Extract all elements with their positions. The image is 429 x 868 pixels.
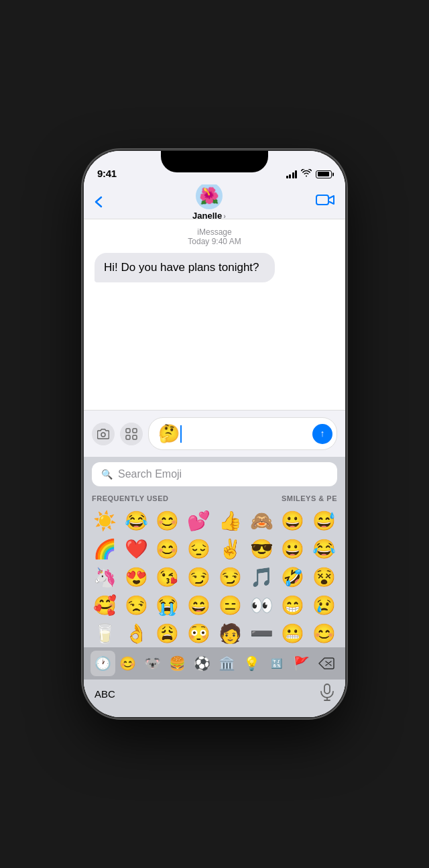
search-emoji-placeholder: Search Emoji (118, 468, 182, 480)
smileys-label: SMILEYS & PE (282, 494, 337, 502)
emoji-glass[interactable]: 🥛 (89, 619, 121, 647)
svg-point-1 (101, 433, 105, 437)
emoji-keyboard: 🔍 Search Emoji FREQUENTLY USED SMILEYS &… (84, 457, 345, 717)
emoji-dizzy[interactable]: 😵 (308, 563, 340, 591)
emoji-activities-tab[interactable]: ⚽ (190, 651, 214, 676)
camera-button[interactable] (92, 423, 115, 445)
received-message: Hi! Do you have plans tonight? (95, 253, 275, 282)
svg-rect-6 (324, 684, 330, 694)
wifi-icon (301, 169, 312, 179)
emoji-food-tab[interactable]: 🍔 (165, 651, 190, 676)
phone-frame: 9:41 (84, 151, 345, 717)
emoji-heart[interactable]: ❤️ (121, 535, 152, 563)
svg-rect-0 (316, 195, 328, 205)
emoji-ok[interactable]: 👌 (121, 619, 152, 647)
emoji-music[interactable]: 🎵 (246, 563, 278, 591)
emoji-cool[interactable]: 😎 (246, 535, 278, 563)
contact-info[interactable]: 🌺 Janelle › (192, 182, 226, 221)
emoji-category-bar: 🕐 😊 🐨 🍔 ⚽ 🏛️ 💡 🔣 🚩 (84, 647, 345, 680)
video-call-button[interactable] (316, 193, 334, 210)
svg-rect-4 (126, 435, 130, 439)
emoji-expressionless[interactable]: 😑 (214, 591, 246, 619)
signal-bars-icon (286, 170, 298, 178)
emoji-happy[interactable]: 😊 (152, 535, 184, 563)
emoji-unamused[interactable]: 😒 (121, 591, 152, 619)
emoji-flags-tab[interactable]: 🚩 (289, 651, 314, 676)
contact-chevron-icon: › (223, 212, 226, 220)
emoji-joy[interactable]: 😂 (121, 506, 152, 535)
frequently-used-label: FREQUENTLY USED (92, 494, 168, 502)
svg-rect-5 (133, 435, 137, 439)
battery-icon (316, 170, 332, 178)
emoji-grin1[interactable]: 😀 (278, 506, 309, 535)
emoji-rofl[interactable]: 🤣 (278, 563, 309, 591)
emoji-unicorn[interactable]: 🦄 (89, 563, 121, 591)
emoji-person[interactable]: 🧑 (214, 619, 246, 647)
emoji-grid: ☀️ 😂 😊 💕 👍 🙈 😀 😅 🌈 ❤️ 😊 😔 ✌️ 😎 😀 😂 🦄 (84, 504, 345, 647)
emoji-recent-tab[interactable]: 🕐 (90, 651, 115, 676)
emoji-pensive[interactable]: 😔 (183, 535, 214, 563)
emoji-tear[interactable]: 😢 (308, 591, 340, 619)
message-timestamp: iMessage Today 9:40 AM (95, 227, 334, 246)
emoji-tired[interactable]: 😩 (152, 619, 184, 647)
emoji-smileys-tab[interactable]: 😊 (115, 651, 140, 676)
keyboard-bottom-bar: ABC (84, 680, 345, 717)
status-time: 9:41 (97, 168, 117, 179)
emoji-animals-tab[interactable]: 🐨 (140, 651, 165, 676)
notch (161, 151, 268, 172)
emoji-eyes[interactable]: 👀 (246, 591, 278, 619)
back-button[interactable] (95, 196, 103, 208)
text-cursor (180, 425, 182, 443)
apps-button[interactable] (120, 423, 143, 445)
emoji-minus[interactable]: ➖ (246, 619, 278, 647)
emoji-cry-laugh[interactable]: 😂 (308, 535, 340, 563)
emoji-loving[interactable]: 🥰 (89, 591, 121, 619)
emoji-smirk[interactable]: 😏 (183, 563, 214, 591)
contact-avatar: 🌺 (196, 182, 223, 209)
emoji-kiss[interactable]: 😘 (152, 563, 184, 591)
emoji-peace[interactable]: ✌️ (214, 535, 246, 563)
emoji-section-header: FREQUENTLY USED SMILEYS & PE (84, 492, 345, 504)
emoji-travel-tab[interactable]: 🏛️ (214, 651, 239, 676)
emoji-smiley[interactable]: 😊 (308, 619, 340, 647)
emoji-smile[interactable]: 😊 (152, 506, 184, 535)
emoji-wink[interactable]: 😏 (214, 563, 246, 591)
nav-bar: 🌺 Janelle › (84, 184, 345, 219)
search-emoji-input[interactable]: 🔍 Search Emoji (92, 462, 337, 486)
emoji-laugh[interactable]: 😄 (183, 591, 214, 619)
emoji-thumbsup[interactable]: 👍 (214, 506, 246, 535)
message-input[interactable]: 🤔 ↑ (148, 417, 337, 450)
svg-rect-2 (126, 429, 130, 433)
search-icon: 🔍 (101, 469, 113, 480)
send-button[interactable]: ↑ (312, 424, 332, 444)
microphone-icon[interactable] (320, 684, 334, 704)
emoji-seeno[interactable]: 🙈 (246, 506, 278, 535)
input-emoji: 🤔 (158, 423, 180, 444)
emoji-delete-button[interactable] (314, 651, 339, 676)
status-icons (286, 169, 332, 179)
emoji-symbols-tab[interactable]: 🔣 (264, 651, 289, 676)
input-area: 🤔 ↑ (84, 410, 345, 457)
emoji-sob[interactable]: 😭 (152, 591, 184, 619)
emoji-surprised[interactable]: 😳 (183, 619, 214, 647)
emoji-heart-eyes[interactable]: 😍 (121, 563, 152, 591)
emoji-objects-tab[interactable]: 💡 (239, 651, 264, 676)
search-emoji-bar: 🔍 Search Emoji (84, 457, 345, 492)
abc-button[interactable]: ABC (95, 688, 115, 700)
emoji-hearts[interactable]: 💕 (183, 506, 214, 535)
emoji-rainbow[interactable]: 🌈 (89, 535, 121, 563)
messages-area: iMessage Today 9:40 AM Hi! Do you have p… (84, 219, 345, 410)
emoji-sweat[interactable]: 😅 (308, 506, 340, 535)
svg-rect-3 (133, 429, 137, 433)
emoji-beam[interactable]: 😁 (278, 591, 309, 619)
emoji-grimace[interactable]: 😬 (278, 619, 309, 647)
emoji-sun[interactable]: ☀️ (89, 506, 121, 535)
emoji-grin2[interactable]: 😀 (278, 535, 309, 563)
